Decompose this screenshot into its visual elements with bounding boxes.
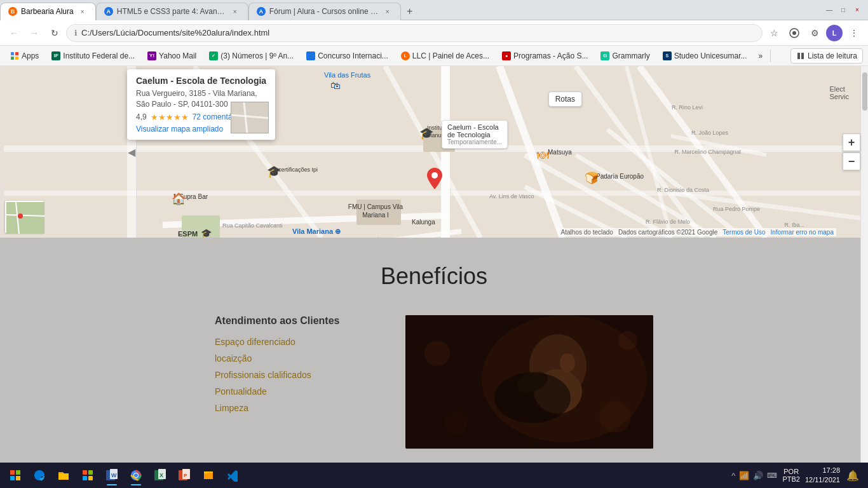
system-tray-icons: ^ 📶 🔊 ⌨ [731, 471, 777, 480]
taskbar-excel-icon[interactable]: X [149, 464, 172, 487]
taskbar-word-icon[interactable]: W [100, 464, 123, 487]
svg-rect-5 [15, 57, 18, 60]
window-controls: — □ × [824, 4, 868, 16]
barber-svg [405, 315, 653, 449]
attribution-terms[interactable]: Termos de Uso [722, 229, 765, 236]
r-dionisio-label: R. Dionisio da Costa [657, 187, 709, 193]
rotas-button[interactable]: Rotas [548, 92, 582, 107]
benefits-list: Atendimento aos Clientes Espaço diferenc… [215, 315, 367, 419]
bookmark-studeo-label: Studeo Unicesumar... [674, 51, 747, 60]
popup-thumbnail [231, 102, 269, 133]
extension-icon[interactable] [785, 24, 803, 42]
svg-rect-49 [10, 470, 15, 475]
taskbar-file-explorer-icon[interactable] [52, 464, 75, 487]
back-button[interactable]: ← [5, 24, 23, 42]
taskbar-vscode-icon[interactable] [221, 464, 244, 487]
tab3-close-btn[interactable]: × [383, 6, 393, 17]
tab2-close-btn[interactable]: × [230, 6, 240, 17]
bookmark-concurso[interactable]: 👤 Concurso Internaci... [301, 48, 393, 64]
battery-or-keyboard-icon[interactable]: ⌨ [767, 471, 777, 480]
benefit-item-1: locaizção [215, 353, 367, 363]
taskbar-chrome-icon[interactable] [125, 464, 147, 487]
bookmark-more-button[interactable]: » [755, 48, 767, 64]
network-icon[interactable]: 📶 [739, 471, 749, 480]
start-button[interactable] [3, 463, 28, 488]
reload-button[interactable]: ↻ [46, 24, 64, 42]
attribution-shortcuts[interactable]: Atalhos do teclado [561, 229, 613, 236]
minimize-button[interactable]: — [824, 4, 835, 16]
zoom-out-button[interactable]: − [843, 152, 860, 170]
scroll-thumb[interactable] [862, 72, 867, 111]
forward-button[interactable]: → [25, 24, 43, 42]
benefits-title: Benefícios [13, 263, 855, 290]
svg-point-37 [18, 214, 23, 219]
close-button[interactable]: × [851, 4, 863, 16]
reading-list-button[interactable]: Lista de leitura [790, 48, 863, 64]
zoom-in-button[interactable]: + [843, 133, 860, 151]
bookmark-grammarly[interactable]: G Grammarly [595, 48, 654, 64]
svg-point-1 [792, 31, 796, 35]
edge-icon [33, 469, 46, 482]
page-scrollbar[interactable] [860, 66, 868, 463]
bookmark-star-icon[interactable]: ☆ [765, 24, 783, 42]
bookmark-llc[interactable]: L LLC | Painel de Aces... [396, 48, 494, 64]
tab-barbearia[interactable]: B Barbearia Alura × [0, 3, 96, 20]
tab-html5css3[interactable]: A HTML5 e CSS3 parte 4: Avançanc... × [96, 3, 248, 20]
bookmark-numeros[interactable]: ✓ (3) Números | 9º An... [204, 48, 299, 64]
svg-rect-73 [204, 473, 213, 479]
r-ibape-label: R. Iba... [784, 222, 804, 228]
tab-forum[interactable]: A Fórum | Alura - Cursos online de... × [248, 3, 401, 20]
padaria-marker: 🍞 [585, 171, 599, 185]
svg-rect-7 [801, 53, 804, 59]
tab1-title: Barbearia Alura [21, 7, 74, 16]
bookmark-apps[interactable]: Apps [5, 48, 44, 64]
espm-marker: 🎓 [201, 228, 212, 238]
taskbar-files-icon[interactable] [197, 464, 220, 487]
tab1-close-btn[interactable]: × [78, 6, 88, 17]
elect-service-label: Elect Servic [829, 85, 849, 100]
chrome-taskbar-icon [130, 469, 142, 482]
volume-icon[interactable]: 🔊 [753, 471, 763, 480]
url-bar[interactable]: ℹ C:/Users/Lúcia/Documents/site%20alura/… [66, 24, 763, 42]
tab1-favicon: B [8, 7, 17, 16]
maximize-button[interactable]: □ [837, 4, 849, 16]
instituto-santec-marker: 🎓 [419, 126, 433, 140]
taskbar-store-icon[interactable] [76, 464, 99, 487]
bookmark-yahoo[interactable]: Y! Yahoo Mail [142, 48, 201, 64]
menu-button[interactable]: ⋮ [845, 24, 863, 42]
language-indicator[interactable]: POR PTB2 [782, 468, 800, 483]
benefits-section: Benefícios Atendimento aos Clientes Espa… [0, 238, 868, 463]
notification-bell-button[interactable]: 🔔 [845, 464, 860, 487]
bookmark-studeo[interactable]: S Studeo Unicesumar... [658, 48, 752, 64]
map-section[interactable]: ◀ Caelum - Escola de Tecnologia Rua Verg… [0, 66, 868, 238]
svg-rect-34 [6, 202, 44, 234]
bookmark-programas[interactable]: ● Programas - Ação S... [497, 48, 593, 64]
attribution-error[interactable]: Informar erro no mapa [771, 229, 834, 236]
svg-point-43 [494, 372, 571, 423]
svg-rect-52 [16, 476, 20, 480]
vscode-icon [226, 469, 239, 482]
tab3-favicon: A [257, 7, 266, 16]
bookmark-programas-label: Programas - Ação S... [513, 51, 588, 60]
system-clock[interactable]: 17:28 12/11/2021 [805, 466, 840, 485]
svg-point-47 [599, 401, 631, 433]
taskbar-edge-icon[interactable] [28, 464, 51, 487]
map-attribution: Atalhos do teclado Dados cartográficos ©… [559, 228, 836, 236]
svg-point-63 [134, 473, 138, 477]
new-tab-button[interactable]: + [401, 3, 419, 20]
tab2-title: HTML5 e CSS3 parte 4: Avançanc... [117, 7, 226, 16]
benefit-item-0: Espaço diferenciado [215, 337, 367, 347]
svg-rect-53 [83, 470, 87, 475]
svg-text:P: P [184, 473, 187, 478]
attribution-data: Dados cartográficos ©2021 Google [618, 229, 717, 236]
chevron-up-icon[interactable]: ^ [731, 471, 735, 480]
settings-icon[interactable]: ⚙ [806, 24, 824, 42]
caelum-map-label: Caelum - Escola de Tecnologia Temporaria… [442, 120, 508, 149]
barber-photo [405, 315, 653, 449]
certifications-marker: 🎓 [267, 165, 281, 179]
taskbar-powerpoint-icon[interactable]: P [173, 464, 196, 487]
bookmark-if[interactable]: IF Instituto Federal de... [46, 48, 140, 64]
programas-favicon: ● [502, 51, 511, 60]
profile-avatar[interactable]: L [826, 25, 843, 41]
windows-logo-icon [10, 470, 20, 480]
